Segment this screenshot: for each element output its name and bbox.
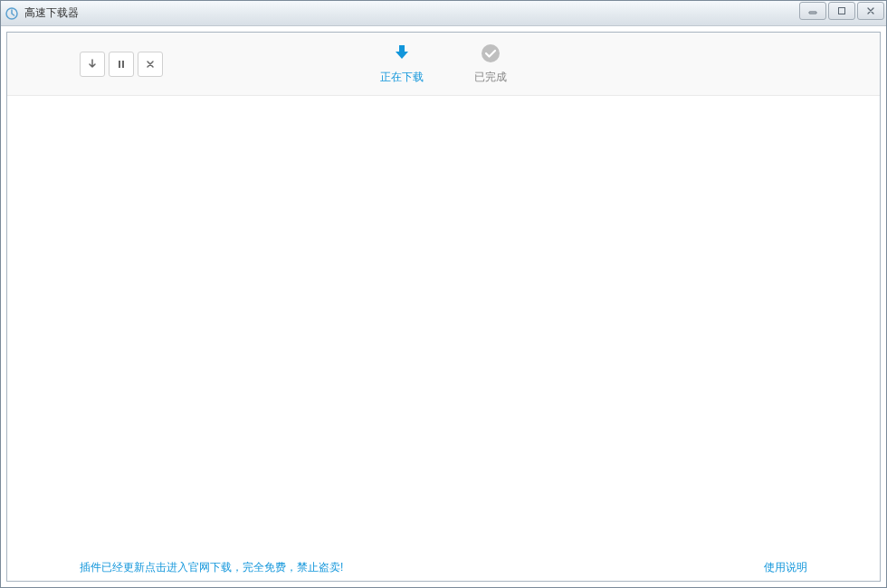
x-icon <box>144 58 157 71</box>
maximize-button[interactable] <box>828 2 855 20</box>
tab-downloading[interactable]: 正在下载 <box>373 39 431 89</box>
svg-rect-3 <box>119 61 120 68</box>
toolbar: 正在下载 已完成 <box>7 33 880 96</box>
minimize-button[interactable] <box>799 2 826 20</box>
maximize-icon <box>836 5 847 16</box>
download-list <box>7 96 880 554</box>
pause-button[interactable] <box>109 52 134 77</box>
content-area: 正在下载 已完成 插件已经更新点击进入官网下载，完全免费，禁止盗卖! 使用说明 <box>6 32 881 582</box>
pause-icon <box>115 58 128 71</box>
svg-rect-2 <box>839 8 845 14</box>
svg-marker-5 <box>396 45 408 59</box>
close-icon <box>865 5 876 16</box>
window-title: 高速下载器 <box>24 5 79 21</box>
downloading-icon <box>391 43 413 64</box>
tab-completed[interactable]: 已完成 <box>467 39 514 89</box>
close-button[interactable] <box>857 2 884 20</box>
download-arrow-icon <box>86 58 99 71</box>
titlebar[interactable]: 高速下载器 <box>1 1 886 26</box>
tab-completed-label: 已完成 <box>474 70 507 85</box>
toolbar-actions <box>80 52 163 77</box>
footer: 插件已经更新点击进入官网下载，完全免费，禁止盗卖! 使用说明 <box>7 554 880 581</box>
tab-downloading-label: 正在下载 <box>380 70 424 85</box>
svg-rect-1 <box>809 12 816 14</box>
app-icon <box>5 6 19 21</box>
help-link[interactable]: 使用说明 <box>764 560 807 575</box>
tabs: 正在下载 已完成 <box>373 33 514 95</box>
svg-rect-4 <box>122 61 124 68</box>
svg-point-6 <box>482 44 500 62</box>
download-button[interactable] <box>80 52 105 77</box>
update-notice-link[interactable]: 插件已经更新点击进入官网下载，完全免费，禁止盗卖! <box>80 560 343 575</box>
window-controls <box>799 2 884 20</box>
app-window: 高速下载器 <box>0 0 887 588</box>
completed-icon <box>480 43 501 64</box>
cancel-button[interactable] <box>138 52 163 77</box>
minimize-icon <box>807 5 818 16</box>
